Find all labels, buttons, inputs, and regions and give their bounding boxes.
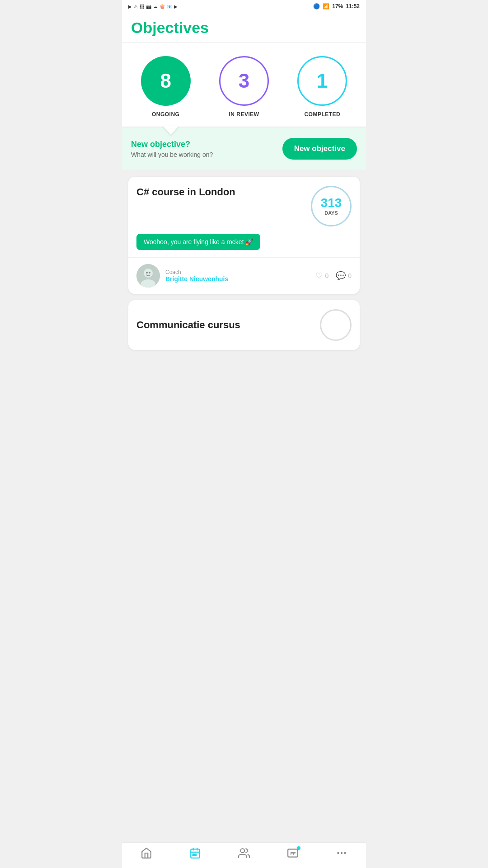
card-csharp[interactable]: C# course in London 313 DAYS Woohoo, you… <box>128 177 360 294</box>
page-title: Objectives <box>131 19 357 37</box>
coach-avatar <box>136 264 160 288</box>
coach-label: Coach <box>165 269 228 275</box>
time-display: 11:52 <box>346 3 360 9</box>
status-icons-left: ▶⚠🖼📷☁🍿📧▶ <box>128 4 178 9</box>
days-circle-csharp: 313 DAYS <box>311 186 352 226</box>
card-message: Woohoo, you are flying like a rocket 🚀 <box>136 234 260 250</box>
likes-count: 0 <box>325 272 328 279</box>
banner-subtext: What will you be working on? <box>131 151 213 158</box>
heart-icon: ♡ <box>315 271 323 281</box>
new-objective-banner: New objective? What will you be working … <box>122 128 366 170</box>
in-review-stat[interactable]: 3 IN REVIEW <box>219 56 269 118</box>
ongoing-count: 8 <box>160 70 171 92</box>
in-review-count: 3 <box>239 70 249 92</box>
wifi-icon: 📶 <box>323 3 329 9</box>
ongoing-stat[interactable]: 8 ONGOING <box>141 56 191 118</box>
triangle-pointer <box>163 126 179 135</box>
coach-info: Coach Brigitte Nieuwenhuis <box>165 269 228 283</box>
days-number: 313 <box>321 197 342 209</box>
in-review-label: IN REVIEW <box>229 111 259 118</box>
comments-count: 0 <box>348 272 352 279</box>
cards-area: C# course in London 313 DAYS Woohoo, you… <box>122 170 366 386</box>
in-review-circle: 3 <box>219 56 269 106</box>
ongoing-circle: 8 <box>141 56 191 106</box>
battery-text: 17% <box>332 3 343 9</box>
card-main: C# course in London 313 DAYS <box>128 177 360 234</box>
card-actions: ♡ 0 💬 0 <box>315 271 352 281</box>
coach-section[interactable]: Coach Brigitte Nieuwenhuis <box>136 264 228 288</box>
banner-heading: New objective? <box>131 140 213 149</box>
banner-text: New objective? What will you be working … <box>131 140 213 158</box>
new-objective-button[interactable]: New objective <box>282 138 357 160</box>
header: Objectives <box>122 13 366 42</box>
svg-point-3 <box>146 272 148 274</box>
coach-name: Brigitte Nieuwenhuis <box>165 275 228 283</box>
stats-section: 8 ONGOING 3 IN REVIEW 1 COMPLETED <box>122 42 366 127</box>
completed-label: COMPLETED <box>304 111 340 118</box>
days-label: DAYS <box>324 210 338 216</box>
ongoing-label: ONGOING <box>152 111 180 118</box>
card-title-csharp: C# course in London <box>136 186 305 199</box>
comments-action[interactable]: 💬 0 <box>336 271 352 281</box>
completed-count: 1 <box>317 70 328 92</box>
status-icons-right: 🔵 📶 17% 11:52 <box>313 3 360 9</box>
likes-action[interactable]: ♡ 0 <box>315 271 328 281</box>
days-circle-partial <box>320 309 352 341</box>
svg-point-1 <box>144 269 153 278</box>
comment-icon: 💬 <box>336 271 346 281</box>
completed-circle: 1 <box>297 56 347 106</box>
completed-stat[interactable]: 1 COMPLETED <box>297 56 347 118</box>
card-communicatie[interactable]: Communicatie cursus <box>128 300 360 350</box>
card-title-communicatie: Communicatie cursus <box>136 319 240 331</box>
card-footer: Coach Brigitte Nieuwenhuis ♡ 0 💬 0 <box>128 257 360 294</box>
bluetooth-icon: 🔵 <box>313 3 320 9</box>
status-bar: ▶⚠🖼📷☁🍿📧▶ 🔵 📶 17% 11:52 <box>122 0 366 13</box>
svg-point-4 <box>149 272 150 274</box>
